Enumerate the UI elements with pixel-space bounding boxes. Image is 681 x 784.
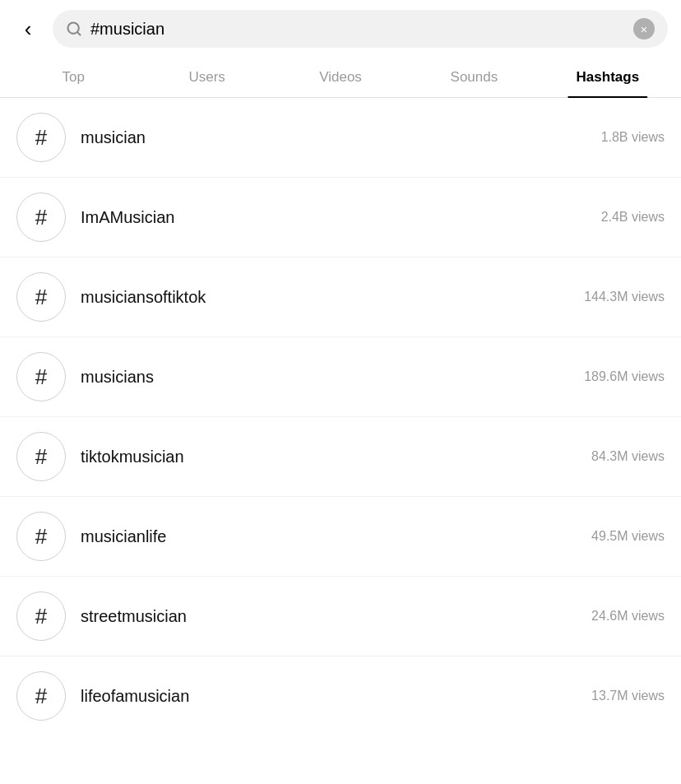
search-bar-container: ‹ × <box>0 0 681 58</box>
hashtag-circle: # <box>16 591 66 641</box>
hashtag-name: streetmusician <box>81 607 591 626</box>
hashtag-circle: # <box>16 193 66 242</box>
search-input-wrapper: × <box>53 10 668 48</box>
search-input[interactable] <box>90 20 625 39</box>
back-icon: ‹ <box>25 18 32 39</box>
clear-button[interactable]: × <box>633 18 655 39</box>
hashtag-circle: # <box>16 272 66 322</box>
tab-videos[interactable]: Videos <box>274 58 407 97</box>
hashtag-symbol: # <box>35 604 47 629</box>
search-icon <box>66 21 82 37</box>
hashtag-symbol: # <box>35 444 47 470</box>
hashtag-circle: # <box>16 113 66 162</box>
hashtag-item[interactable]: # ImAMusician 2.4B views <box>0 178 681 257</box>
hashtag-item[interactable]: # lifeofamusician 13.7M views <box>0 656 681 735</box>
hashtag-symbol: # <box>35 285 47 310</box>
hashtag-name: tiktokmusician <box>81 448 591 466</box>
hashtag-views: 13.7M views <box>591 689 665 703</box>
back-button[interactable]: ‹ <box>13 14 43 44</box>
tab-hashtags[interactable]: Hashtags <box>541 58 674 97</box>
hashtag-item[interactable]: # tiktokmusician 84.3M views <box>0 417 681 497</box>
tabs-container: Top Users Videos Sounds Hashtags <box>0 58 681 98</box>
hashtag-item[interactable]: # musicianlife 49.5M views <box>0 497 681 577</box>
hashtag-symbol: # <box>35 364 47 390</box>
hashtag-views: 189.6M views <box>584 369 665 384</box>
hashtag-item[interactable]: # musician 1.8B views <box>0 98 681 178</box>
hashtag-symbol: # <box>35 125 47 151</box>
clear-icon: × <box>641 23 648 35</box>
hashtag-views: 1.8B views <box>601 130 665 145</box>
hashtag-item[interactable]: # streetmusician 24.6M views <box>0 577 681 656</box>
hashtag-views: 144.3M views <box>584 290 665 304</box>
hashtag-name: musicians <box>81 368 584 387</box>
hashtag-name: musician <box>81 128 601 147</box>
hashtag-name: lifeofamusician <box>81 687 591 706</box>
hashtag-item[interactable]: # musicians 189.6M views <box>0 337 681 417</box>
hashtag-symbol: # <box>35 205 47 230</box>
hashtag-circle: # <box>16 432 66 481</box>
svg-line-1 <box>77 32 81 35</box>
hashtag-symbol: # <box>35 684 47 709</box>
tab-users[interactable]: Users <box>140 58 273 97</box>
hashtag-views: 49.5M views <box>591 529 665 544</box>
hashtag-circle: # <box>16 671 66 721</box>
hashtag-views: 84.3M views <box>591 449 665 464</box>
hashtag-views: 2.4B views <box>601 210 665 225</box>
hashtag-circle: # <box>16 512 66 561</box>
hashtag-name: musiciansoftiktok <box>81 288 584 307</box>
tab-top[interactable]: Top <box>7 58 140 97</box>
hashtag-circle: # <box>16 352 66 401</box>
hashtag-symbol: # <box>35 524 47 550</box>
hashtag-name: musicianlife <box>81 527 591 546</box>
tab-sounds[interactable]: Sounds <box>407 58 540 97</box>
hashtag-list: # musician 1.8B views # ImAMusician 2.4B… <box>0 98 681 735</box>
hashtag-views: 24.6M views <box>591 609 665 624</box>
hashtag-item[interactable]: # musiciansoftiktok 144.3M views <box>0 257 681 337</box>
hashtag-name: ImAMusician <box>81 208 601 227</box>
